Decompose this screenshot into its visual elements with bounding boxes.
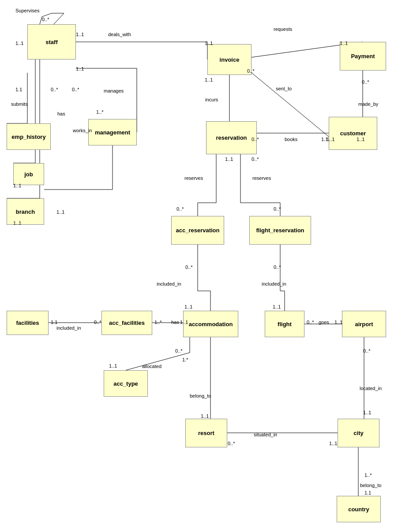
label-11-1: 1..1 — [15, 41, 23, 46]
label-requests: requests — [274, 26, 292, 32]
label-deals-with: deals_with — [108, 32, 131, 37]
label-belong-to-2: belong_to — [360, 483, 381, 488]
label-0star-10: 0..* — [185, 264, 193, 270]
label-0star-8: 0..* — [176, 206, 184, 212]
label-submits: submits — [11, 101, 28, 107]
label-belong-to-1: belong_to — [190, 393, 211, 398]
label-11-17: 1.1 — [51, 320, 57, 325]
label-0star-14: 0..* — [363, 348, 371, 353]
label-0star-9: 0..* — [274, 206, 281, 212]
label-11-2: 1..1 — [76, 32, 84, 37]
entity-acc-facilities: acc_facilities — [101, 311, 152, 335]
label-goes: goes — [319, 320, 329, 325]
label-11-9: 1..1 — [340, 41, 348, 46]
entity-management: management — [88, 119, 137, 145]
label-made-by: made_by — [358, 101, 378, 107]
entity-invoice: invoice — [207, 44, 252, 75]
label-1star-1: 1..* — [96, 109, 104, 115]
label-11-21: 1..1 — [109, 363, 117, 368]
label-11-10: 1..1 — [205, 77, 213, 82]
label-0star-15: 0..* — [175, 348, 183, 353]
label-1star-3: 1.* — [182, 357, 188, 362]
label-11-23: 1..1 — [329, 441, 337, 446]
label-11-19: 1..1 — [334, 320, 342, 325]
entity-job: job — [13, 163, 44, 185]
label-1star-4: 1..* — [364, 472, 372, 478]
label-11-8: 1..1 — [205, 41, 213, 46]
uml-diagram: staff emp_history job branch management … — [0, 0, 398, 532]
label-0star-13: 0..* — [307, 320, 314, 325]
label-11-13: 1.1 — [321, 137, 328, 142]
label-11-7: 1..1 — [56, 209, 64, 215]
svg-line-15 — [252, 73, 329, 137]
entity-country: country — [337, 496, 381, 522]
label-11-6: 1..1 — [13, 220, 21, 226]
entity-branch: branch — [7, 198, 44, 225]
entity-staff: staff — [27, 24, 76, 60]
label-0star-2: 0..* — [51, 87, 58, 92]
label-11-24: 1.1 — [364, 490, 371, 495]
label-0star-16: 0..* — [228, 441, 235, 446]
entity-flight: flight — [265, 311, 304, 337]
label-11-15: 1..1 — [184, 304, 192, 309]
label-sent-to: sent_to — [276, 86, 292, 91]
label-0star-6: 0..* — [252, 137, 259, 142]
label-included-in-3: included_in — [56, 325, 81, 331]
label-0star-5: 0..* — [362, 79, 369, 85]
connector-lines — [0, 0, 398, 532]
entity-resort: resort — [185, 419, 227, 447]
label-books: books — [285, 137, 297, 142]
label-manages: manages — [104, 88, 124, 93]
entity-facilities: facilities — [7, 311, 49, 335]
label-0star-3: 0..* — [72, 87, 79, 92]
entity-reservation: reservation — [206, 121, 257, 154]
entity-acc-type: acc_type — [104, 370, 148, 397]
label-has-2: has — [171, 320, 179, 325]
entity-flight-reservation: flight_reservation — [249, 216, 311, 245]
label-has-1: has — [57, 111, 65, 116]
label-supervises: Supervises — [15, 8, 39, 13]
entity-city: city — [338, 419, 379, 447]
label-works-in: works_in — [73, 128, 92, 133]
label-included-in-2: included_in — [262, 281, 286, 286]
label-11-12: 1..1 — [357, 137, 364, 142]
label-0star-1: 0..* — [42, 17, 49, 22]
label-11-18: 1..1 — [180, 320, 188, 325]
label-0star-4: 0..* — [247, 68, 255, 74]
label-located-in: located_in — [360, 386, 382, 391]
label-0star-11: 0..* — [274, 264, 281, 270]
label-11-3: 1..1 — [76, 66, 84, 71]
label-11-20: 1..1 — [363, 410, 371, 415]
label-reserves-1: reserves — [184, 175, 203, 181]
entity-acc-reservation: acc_reservation — [171, 216, 224, 245]
label-0star-12: 0..* — [94, 320, 101, 325]
label-11-4: 1.1 — [15, 87, 22, 92]
label-0star-7: 0..* — [252, 156, 259, 162]
entity-accommodation: accommodation — [183, 311, 238, 337]
label-11-16: 1..1 — [273, 304, 281, 309]
entity-payment: Payment — [340, 42, 386, 71]
entity-emp-history: emp_history — [7, 123, 51, 150]
label-11-5: 1..1 — [13, 183, 21, 188]
entity-customer: customer — [329, 117, 377, 150]
label-allocated: allocated — [142, 364, 161, 369]
entity-airport: airport — [342, 311, 386, 337]
label-incurs: incurs — [205, 97, 218, 102]
label-included-in-1: included_in — [157, 281, 181, 286]
label-reserves-2: reserves — [252, 175, 271, 181]
label-11-22: 1..1 — [201, 413, 209, 419]
label-1star-2: 1..* — [154, 320, 162, 325]
label-situated-in: situated_in — [254, 432, 277, 437]
label-11-14: 1..1 — [225, 156, 233, 162]
